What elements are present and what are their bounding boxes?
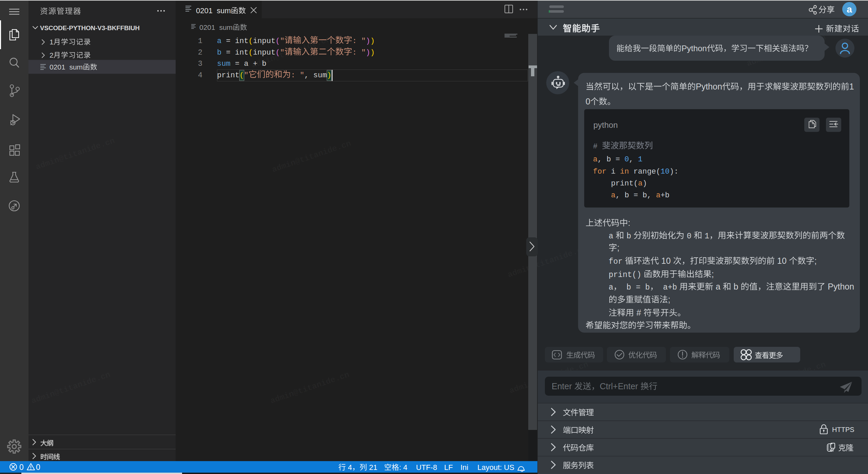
svg-text:1: 1	[198, 37, 202, 45]
svg-text:i: i	[607, 167, 620, 176]
svg-text:): )	[366, 37, 370, 45]
svg-text:, b =: , b =	[597, 155, 625, 164]
svg-text:(: (	[275, 37, 280, 45]
svg-text:0: 0	[36, 463, 40, 472]
svg-text:: ": : "	[291, 71, 304, 80]
svg-text:for: for	[593, 167, 607, 176]
svg-text:): )	[366, 48, 370, 57]
svg-text:a: a	[217, 37, 221, 45]
svg-text:a: a	[593, 155, 597, 164]
svg-text:print(): print()	[609, 271, 642, 279]
svg-text:input: input	[253, 37, 275, 45]
svg-text:): )	[643, 179, 647, 188]
svg-text:, sum: , sum	[304, 71, 327, 80]
svg-text:b = b: b = b	[622, 283, 650, 292]
svg-text:b: b	[731, 282, 741, 291]
svg-text:a: a	[609, 232, 613, 241]
svg-text:UTF-8: UTF-8	[416, 463, 437, 472]
svg-text:a: a	[713, 282, 723, 291]
svg-text:):: ):	[670, 167, 679, 176]
svg-text:LF: LF	[444, 463, 453, 472]
svg-text:4: 4	[198, 71, 202, 80]
svg-text:): )	[370, 37, 375, 45]
svg-text:python: python	[593, 120, 618, 130]
svg-text:Ctrl+Enter: Ctrl+Enter	[600, 381, 640, 391]
svg-text:for: for	[609, 257, 623, 266]
svg-text:=: =	[221, 48, 235, 57]
svg-text:0201 sum: 0201 sum	[50, 63, 83, 71]
svg-text:Enter: Enter	[552, 381, 574, 391]
svg-text:print: print	[217, 71, 239, 80]
svg-text:;: ;	[814, 256, 817, 265]
svg-text:Ini: Ini	[460, 463, 468, 472]
svg-text:1: 1	[638, 155, 643, 164]
svg-text:: ": : "	[352, 37, 366, 45]
svg-text:sum: sum	[217, 60, 231, 68]
svg-text:4: 4	[346, 463, 352, 472]
svg-text::: :	[628, 218, 630, 228]
svg-text:HTTPS: HTTPS	[832, 426, 854, 433]
svg-text:int: int	[235, 48, 249, 57]
svg-text:+b: +b	[660, 191, 670, 200]
svg-text:#: #	[634, 308, 644, 317]
svg-text:input: input	[253, 48, 275, 57]
svg-text:": "	[280, 48, 284, 57]
svg-text:): )	[327, 71, 331, 80]
svg-text:1: 1	[705, 232, 709, 241]
svg-text:2: 2	[50, 51, 54, 59]
svg-text:#: #	[593, 142, 602, 151]
svg-text:10: 10	[660, 167, 670, 176]
svg-text:3: 3	[198, 60, 202, 68]
svg-text:b: b	[217, 48, 221, 57]
svg-text:: ": : "	[352, 48, 366, 57]
svg-text:1: 1	[849, 82, 854, 91]
svg-text:(: (	[275, 48, 280, 57]
svg-text:VSCODE-PYTHON-V3-BKFFBIUH: VSCODE-PYTHON-V3-BKFFBIUH	[40, 24, 140, 32]
svg-text:0: 0	[687, 232, 691, 241]
svg-text:(: (	[249, 48, 253, 57]
svg-text:Python: Python	[682, 44, 707, 53]
svg-text:in: in	[620, 167, 629, 176]
svg-text:0201 sum: 0201 sum	[196, 6, 231, 15]
svg-text:0: 0	[586, 97, 590, 106]
svg-text:range(: range(	[629, 167, 660, 176]
svg-text:=: =	[221, 37, 235, 45]
svg-text:0: 0	[625, 155, 629, 164]
svg-text:a: a	[609, 283, 613, 292]
svg-text:): )	[370, 48, 375, 57]
svg-text:Python: Python	[696, 82, 722, 91]
svg-text:2: 2	[198, 48, 202, 57]
svg-text:10: 10	[775, 256, 789, 265]
svg-text:a: a	[638, 179, 643, 188]
svg-text:a+b: a+b	[658, 283, 677, 292]
svg-text:;: ;	[617, 243, 619, 252]
svg-text:0201 sum: 0201 sum	[199, 23, 233, 31]
svg-text:Layout: US: Layout: US	[477, 463, 514, 472]
svg-text:0: 0	[19, 463, 24, 472]
svg-text:(: (	[239, 71, 244, 80]
svg-text:1: 1	[50, 38, 54, 46]
svg-text:: 4: : 4	[399, 463, 407, 472]
svg-text:": "	[280, 37, 284, 45]
svg-text:b: b	[627, 232, 631, 241]
svg-text:;: ;	[668, 295, 670, 304]
svg-text:print(: print(	[611, 179, 638, 188]
svg-text:10: 10	[659, 256, 673, 265]
svg-text:,: ,	[629, 155, 638, 164]
svg-text:": "	[244, 71, 249, 80]
svg-text:;: ;	[712, 269, 714, 279]
svg-text:a: a	[611, 191, 615, 200]
svg-text:int: int	[235, 37, 249, 45]
svg-text:Python: Python	[825, 282, 854, 291]
svg-text:a: a	[847, 4, 852, 15]
svg-text:21: 21	[367, 463, 377, 472]
svg-text:a: a	[656, 191, 660, 200]
svg-text:(: (	[249, 37, 253, 45]
svg-text:= a + b: = a + b	[231, 60, 267, 68]
svg-text:, b = b,: , b = b,	[615, 191, 656, 200]
